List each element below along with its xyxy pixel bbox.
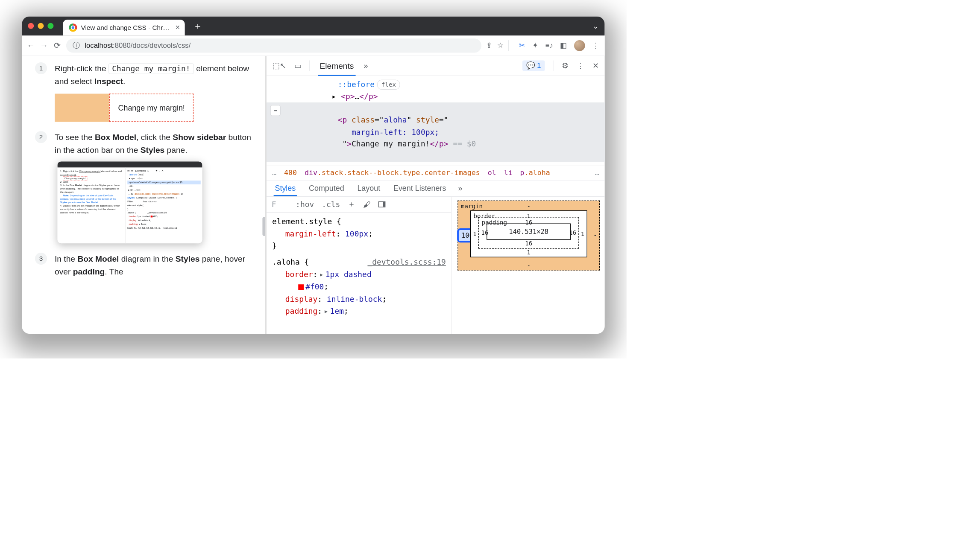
window-titlebar: View and change CSS - Chrom ✕ ＋ ⌄ <box>22 16 604 35</box>
t: In the <box>55 254 77 263</box>
chrome-favicon-icon <box>69 23 77 32</box>
margin-top-val[interactable]: - <box>527 203 531 210</box>
box-model-diagram[interactable]: margin - - - 100 border 1 1 1 1 <box>457 201 600 271</box>
t: margin-left: 100px; <box>352 128 439 137</box>
close-window-button[interactable] <box>28 23 34 29</box>
tab-title: View and change CSS - Chrom <box>81 24 171 32</box>
styles-tab[interactable]: Styles <box>274 181 297 196</box>
t: Box Model <box>95 133 136 142</box>
step1-text: Right-click the <box>55 64 108 73</box>
t: style <box>416 116 439 125</box>
browser-tab[interactable]: View and change CSS - Chrom ✕ <box>63 20 185 35</box>
css-rules[interactable]: element.style { margin-left: 100px; } .a… <box>267 213 451 321</box>
new-rule-icon[interactable]: ＋ <box>348 199 355 210</box>
crumb-more[interactable]: … <box>272 169 276 177</box>
padding-top-val[interactable]: 16 <box>525 219 532 226</box>
crumb-400[interactable]: 400 <box>284 169 297 177</box>
profile-avatar[interactable] <box>574 40 585 51</box>
border-bottom-val[interactable]: 1 <box>527 249 531 256</box>
maximize-window-button[interactable] <box>47 23 53 29</box>
step1-bold: Inspect <box>94 77 123 86</box>
t: pane. <box>164 146 187 155</box>
step-1: 1 Right-click the Change my margin! elem… <box>35 62 255 122</box>
crumb-ol[interactable]: ol <box>488 169 496 177</box>
t: Styles <box>176 254 200 263</box>
devtools-topbar: ⬚↖ ▭ Elements » 💬 1 ⚙ ⋮ ✕ <box>267 56 604 76</box>
back-button[interactable]: ← <box>27 41 35 50</box>
new-tab-button[interactable]: ＋ <box>193 20 202 32</box>
margin-bottom-val[interactable]: - <box>527 262 531 269</box>
cls-toggle[interactable]: .cls <box>322 200 340 209</box>
share-icon[interactable]: ⇪ <box>486 41 492 50</box>
computed-tab[interactable]: Computed <box>308 181 345 196</box>
side-panel-icon[interactable]: ◧ <box>560 41 567 50</box>
docs-pane: 1 Right-click the Change my margin! elem… <box>22 56 267 334</box>
inspect-element-icon[interactable]: ⬚↖ <box>273 61 286 70</box>
extensions-icon[interactable]: ✦ <box>532 41 538 50</box>
padding-bottom-val[interactable]: 16 <box>525 240 532 247</box>
kebab-icon[interactable]: ⋮ <box>577 61 584 70</box>
t: display <box>285 295 318 303</box>
flex-badge[interactable]: flex <box>377 80 400 90</box>
dom-tree[interactable]: ::beforeflex ▸ <p>…</p> ⋯ <p class="aloh… <box>267 76 604 165</box>
t: . The <box>105 267 123 276</box>
filter-input[interactable]: F <box>272 200 288 209</box>
step-2: 2 To see the Box Model, click the Show s… <box>35 131 255 243</box>
url-path: /docs/devtools/css/ <box>131 41 191 50</box>
change-my-margin-element[interactable]: Change my margin! <box>109 94 193 122</box>
more-tabs-icon[interactable]: » <box>364 61 368 70</box>
t: margin-left <box>285 229 336 238</box>
minimize-window-button[interactable] <box>38 23 44 29</box>
color-swatch[interactable] <box>299 284 304 290</box>
padding-right-val[interactable]: 16 <box>569 229 576 236</box>
screenshot-thumbnail: 1 Right-click the Change my margin! elem… <box>57 161 202 243</box>
t: padding <box>285 306 318 315</box>
border-right-val[interactable]: 1 <box>581 230 584 237</box>
step-number: 2 <box>35 131 47 143</box>
layout-tab[interactable]: Layout <box>356 181 381 196</box>
t: padding <box>73 267 105 276</box>
star-icon[interactable]: ☆ <box>497 41 504 50</box>
elements-tab[interactable]: Elements <box>318 56 356 76</box>
t: diagram in the <box>119 254 175 263</box>
scissors-icon[interactable]: ✂ <box>519 41 525 50</box>
event-listeners-tab[interactable]: Event Listeners <box>392 181 447 196</box>
box-model-pane: margin - - - 100 border 1 1 1 1 <box>451 197 604 334</box>
hov-toggle[interactable]: :hov <box>296 200 314 209</box>
margin-label: margin <box>461 203 483 210</box>
selected-dom-node[interactable]: ⋯ <p class="aloha" style=" margin-left: … <box>267 102 604 162</box>
toggle-sidebar-icon[interactable] <box>378 201 386 207</box>
dom-breadcrumb[interactable]: … 400 div.stack.stack--block.type.center… <box>267 165 604 180</box>
more-subtabs-icon[interactable]: » <box>458 184 463 192</box>
expand-button[interactable]: ⋯ <box>270 105 280 116</box>
issues-badge[interactable]: 💬 1 <box>522 60 545 71</box>
styles-rules-pane: F :hov .cls ＋ 🖌 element.style { margin-l… <box>267 197 451 334</box>
crumb-more-right[interactable]: … <box>595 169 599 177</box>
t: #f00 <box>305 282 324 291</box>
scrollbar-handle[interactable] <box>263 217 266 236</box>
reading-list-icon[interactable]: ≡♪ <box>545 41 553 50</box>
close-devtools-icon[interactable]: ✕ <box>592 61 599 70</box>
site-info-icon[interactable]: ⓘ <box>73 41 80 50</box>
settings-icon[interactable]: ⚙ <box>562 61 569 70</box>
border-left-val[interactable]: 1 <box>473 230 476 237</box>
browser-menu-icon[interactable]: ⋮ <box>592 41 600 50</box>
reload-button[interactable]: ⟳ <box>53 41 61 50</box>
browser-window: View and change CSS - Chrom ✕ ＋ ⌄ ← → ⟳ … <box>22 16 604 334</box>
device-toolbar-icon[interactable]: ▭ <box>294 61 302 70</box>
window-menu-chevron-icon[interactable]: ⌄ <box>592 21 599 30</box>
close-tab-icon[interactable]: ✕ <box>175 24 180 31</box>
url-input[interactable]: ⓘ localhost:8080/docs/devtools/css/ <box>66 38 481 52</box>
rule-selector: .aloha { <box>272 256 309 268</box>
padding-left-val[interactable]: 16 <box>481 229 488 236</box>
margin-right-val[interactable]: - <box>593 232 597 239</box>
traffic-lights <box>28 23 53 29</box>
rule-source-link[interactable]: _devtools.scss:19 <box>367 256 446 268</box>
crumb-li[interactable]: li <box>504 169 513 177</box>
issues-count: 1 <box>537 61 541 70</box>
t: } <box>272 240 446 253</box>
step-3: 3 In the Box Model diagram in the Styles… <box>35 253 255 278</box>
paint-icon[interactable]: 🖌 <box>363 200 371 209</box>
padding-label: padding <box>482 219 507 226</box>
url-port: :8080 <box>113 41 131 50</box>
